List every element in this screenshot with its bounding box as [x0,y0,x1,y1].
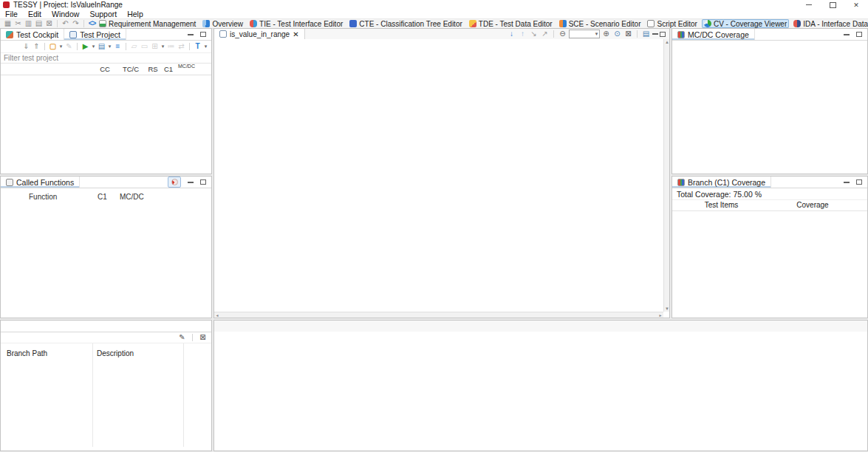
tab-test-cockpit[interactable]: Test Cockpit [1,29,64,40]
requirement-management-icon [99,20,106,27]
dis4-icon[interactable] [166,42,176,51]
vertical-scrollbar[interactable]: ▲▼ [663,39,669,312]
test-project-panel: Test CockpitTest Project CC TC/C RS C1 M… [0,28,212,174]
import-icon[interactable] [21,42,31,51]
dropdown-caret-icon[interactable] [160,44,165,49]
save-icon[interactable] [3,19,13,28]
tessy-logo-icon [3,1,10,8]
perspective-requirement-management[interactable]: Requirement Management [97,19,198,28]
dropdown-caret-icon[interactable] [58,44,64,49]
marker-icon[interactable] [48,42,58,51]
minimize-panel-icon[interactable] [652,33,658,35]
menu-support[interactable]: Support [84,10,122,18]
script-editor-icon [647,20,655,27]
perspective-ida-interface-data-assigner[interactable]: IDA - Interface Data Assigner [791,19,868,28]
report-icon[interactable] [97,42,106,51]
maximize-panel-icon[interactable] [200,179,206,185]
goto-previous-icon[interactable] [540,30,550,38]
minimize-panel-icon[interactable] [188,182,194,183]
dis3-icon[interactable] [150,42,160,51]
tab-test-project[interactable]: Test Project [64,29,126,40]
tab-is-value-in-range[interactable]: is_value_in_range ✕ [214,29,305,39]
separator [57,20,58,27]
tab-branch-coverage[interactable]: Branch (C1) Coverage [672,177,771,188]
window-close-button[interactable]: ✕ [844,0,868,10]
zoom-in-icon[interactable] [601,30,611,38]
minimize-panel-icon[interactable] [188,34,194,35]
perspective-tie-test-interface-editor[interactable]: TIE - Test Interface Editor [247,19,345,28]
dropdown-caret-icon[interactable] [91,44,96,49]
maximize-panel-icon[interactable] [856,32,862,37]
separator [44,43,45,50]
zoom-reset-icon[interactable] [612,30,622,38]
window-restore-button[interactable] [821,0,844,10]
dis1-icon[interactable] [129,42,139,51]
perspective-overview[interactable]: Overview [200,19,245,28]
tab-called-functions[interactable]: Called Functions [1,177,80,188]
close-tab-icon[interactable]: ✕ [293,30,298,38]
redo-icon[interactable] [71,19,81,28]
window-minimize-button[interactable] [797,0,821,10]
column-header-coverage: Coverage [772,201,853,209]
test-project-column-headers: CC TC/C RS C1 MC/DC [1,64,211,75]
edit-dis-icon[interactable] [64,42,74,51]
separator [126,43,126,50]
menu-edit[interactable]: Edit [23,10,47,18]
menu-file[interactable]: File [0,10,23,18]
perspective-label: Requirement Management [109,20,196,28]
flow-chart-canvas[interactable] [214,39,663,312]
goto-next-icon[interactable] [529,30,539,38]
maximize-panel-icon[interactable] [856,179,862,185]
tab-label: Test Project [80,30,120,39]
delete-icon[interactable] [198,333,208,342]
cv-icon [704,20,711,27]
perspective-label: CV - Coverage Viewer [714,20,787,28]
previous-uncovered-icon[interactable] [518,30,527,38]
dropdown-caret-icon[interactable] [203,44,208,49]
column-header-rs: RS [146,65,160,73]
report-icon[interactable] [641,30,651,38]
filter-test-project-input[interactable] [1,54,211,62]
edit-icon[interactable] [177,333,187,342]
perspective-cv-coverage-viewer[interactable]: CV - Coverage Viewer [702,19,789,28]
perspective-label: CTE - Classification Tree Editor [359,20,462,28]
next-uncovered-icon[interactable] [507,30,516,38]
zoom-level-combobox[interactable] [569,30,600,38]
zoom-out-icon[interactable] [558,30,567,38]
maximize-panel-icon[interactable] [200,32,206,37]
column-header-mcdc: MC/DC [120,193,144,201]
perspective-cte-classification-tree-editor[interactable]: CTE - Classification Tree Editor [347,19,465,28]
coverage-filter-toggle-button[interactable] [168,177,181,188]
copy-icon[interactable] [24,19,33,28]
perspective-script-editor[interactable]: Script Editor [645,19,699,28]
dis2-icon[interactable] [140,42,149,51]
separator [189,43,190,50]
cte-icon [349,20,357,27]
layers-icon[interactable] [113,42,123,51]
menu-window[interactable]: Window [47,10,84,18]
paste-icon[interactable] [34,19,44,28]
dropdown-caret-icon[interactable] [107,44,112,49]
delete-icon[interactable] [44,19,54,28]
horizontal-scrollbar[interactable]: ◂▸ [214,312,663,318]
total-coverage-label: Total Coverage: 75.00 % [672,188,867,200]
separator [83,20,84,27]
tab-mcdc-coverage[interactable]: MC/DC Coverage [672,29,755,40]
mcdc-coverage-icon [677,31,685,38]
filter-icon[interactable] [193,42,202,51]
column-header-mcdc: MC/DC [178,64,190,69]
minimize-panel-icon[interactable] [844,182,850,183]
cut-icon[interactable] [13,19,23,28]
maximize-panel-icon[interactable] [660,32,666,37]
dis5-icon[interactable] [177,42,186,51]
export-icon[interactable] [32,42,41,51]
undo-icon[interactable] [61,19,70,28]
perspective-sce-scenario-editor[interactable]: SCE - Scenario Editor [557,19,643,28]
clear-icon[interactable] [623,30,633,38]
perspective-tde-test-data-editor[interactable]: TDE - Test Data Editor [467,19,555,28]
code-editor-icon[interactable] [87,19,97,28]
code-editor[interactable] [214,332,867,451]
menu-help[interactable]: Help [122,10,148,18]
minimize-panel-icon[interactable] [844,34,850,35]
run-icon[interactable] [81,42,90,51]
